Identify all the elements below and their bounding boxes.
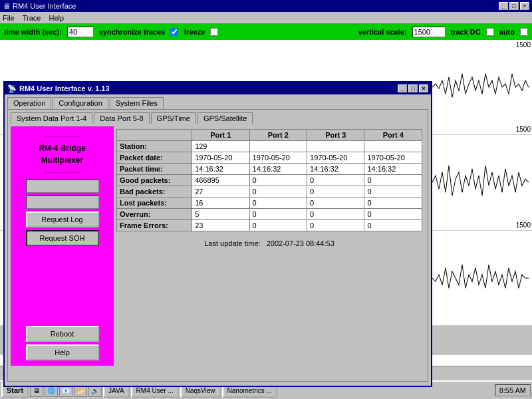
cell-row0-col1 <box>249 141 307 152</box>
request-log-button[interactable]: Request Log <box>26 211 99 227</box>
dialog-close[interactable]: × <box>419 84 428 92</box>
last-update-row: Last update time: 2002-07-23 08:44:53 <box>116 239 422 247</box>
table-row: Bad packets:27000 <box>117 186 422 198</box>
row-label: Lost packets: <box>117 198 192 209</box>
row-label: Frame Errors: <box>117 220 192 231</box>
panel-dashes-2: --------- <box>45 168 80 177</box>
cell-row3-col3: 0 <box>364 175 422 186</box>
cell-row1-col2: 1970-05-20 <box>307 152 364 164</box>
cell-row6-col3: 0 <box>364 209 422 220</box>
auto-label: auto <box>499 28 515 36</box>
row-label: Good packets: <box>117 175 192 186</box>
vertical-scale-label: vertical scale: <box>358 28 407 36</box>
cell-row5-col0: 16 <box>192 198 249 209</box>
sub-tab-data-port-1-4[interactable]: System Data Port 1-4 <box>11 112 92 124</box>
cell-row0-col0: 129 <box>192 141 249 152</box>
dialog-title-text: RM4 User Interface v. 1.13 <box>19 84 110 92</box>
row-label: Station: <box>117 141 192 152</box>
col-header-port1: Port 1 <box>192 130 249 141</box>
cell-row6-col0: 5 <box>192 209 249 220</box>
cell-row1-col3: 1970-05-20 <box>364 152 422 164</box>
col-header-port4: Port 4 <box>364 130 422 141</box>
col-header-port3: Port 3 <box>307 130 364 141</box>
tab-configuration[interactable]: Configuration <box>53 97 108 109</box>
table-row: Lost packets:16000 <box>117 198 422 209</box>
table-row: Packet time:14:16:3214:16:3214:16:3214:1… <box>117 164 422 175</box>
cell-row5-col2: 0 <box>307 198 364 209</box>
table-row: Overrun:5000 <box>117 209 422 220</box>
row-label: Overrun: <box>117 209 192 220</box>
cell-row4-col2: 0 <box>307 186 364 198</box>
sync-checkbox[interactable] <box>170 28 178 36</box>
reboot-button[interactable]: Reboot <box>26 326 99 342</box>
cell-row7-col2: 0 <box>307 220 364 231</box>
dialog-title-bar: 📡 RM4 User Interface v. 1.13 _ □ × <box>5 82 431 94</box>
table-row: Packet date:1970-05-201970-05-201970-05-… <box>117 152 422 164</box>
sub-tab-gps-time[interactable]: GPS/Time <box>151 112 196 124</box>
cell-row5-col3: 0 <box>364 198 422 209</box>
panel-title-2: Multiplexer <box>41 156 83 165</box>
freeze-checkbox[interactable] <box>210 28 218 36</box>
time-width-input[interactable] <box>67 27 94 37</box>
dialog-minimize[interactable]: _ <box>398 84 407 92</box>
cell-row1-col1: 1970-05-20 <box>249 152 307 164</box>
panel-dashes-1: --------- <box>45 132 80 141</box>
data-area: Port 1 Port 2 Port 3 Port 4 Station:129P… <box>114 126 425 366</box>
sub-tab-gps-satellite[interactable]: GPS/Satellite <box>198 112 253 124</box>
row-label: Packet time: <box>117 164 192 175</box>
cell-row7-col3: 0 <box>364 220 422 231</box>
auto-checkbox[interactable] <box>520 28 528 36</box>
app-title: RM4 User Interface <box>13 2 76 10</box>
panel-title-1: RM-4 Bridge <box>39 144 86 153</box>
app-title-bar: 🖥 RM4 User Interface _ □ × <box>0 0 532 12</box>
menu-help[interactable]: Help <box>49 14 64 22</box>
table-row: Good packets:466895000 <box>117 175 422 186</box>
sync-label: synchronize traces <box>99 28 166 36</box>
last-update-label: Last update time: <box>204 239 260 247</box>
table-row: Station:129 <box>117 141 422 152</box>
cell-row5-col1: 0 <box>249 198 307 209</box>
dialog: 📡 RM4 User Interface v. 1.13 _ □ × Opera… <box>3 81 432 387</box>
scale-label-mid: 1500 <box>516 126 531 133</box>
scale-label-bot: 1500 <box>516 221 531 229</box>
last-update-value: 2002-07-23 08:44:53 <box>267 239 334 247</box>
cell-row6-col2: 0 <box>307 209 364 220</box>
cell-row3-col1: 0 <box>249 175 307 186</box>
tab-system-files[interactable]: System Files <box>110 97 164 109</box>
vertical-scale-input[interactable] <box>412 27 446 37</box>
left-panel: --------- RM-4 Bridge Multiplexer ------… <box>11 126 114 366</box>
taskbar-time: 8:55 AM <box>495 384 531 396</box>
cell-row2-col1: 14:16:32 <box>249 164 307 175</box>
col-header-empty <box>117 130 192 141</box>
menu-file[interactable]: File <box>3 14 15 22</box>
cell-row0-col2 <box>307 141 364 152</box>
request-soh-button[interactable]: Request SOH <box>26 230 99 246</box>
app-icon: 🖥 <box>3 2 10 10</box>
main-tabs: Operation Configuration System Files <box>5 94 431 109</box>
sub-tab-data-port-5-8[interactable]: Data Port 5-8 <box>94 112 149 124</box>
maximize-button[interactable]: □ <box>509 2 519 10</box>
dialog-maximize[interactable]: □ <box>408 84 418 92</box>
cell-row0-col3 <box>364 141 422 152</box>
close-button[interactable]: × <box>520 2 529 10</box>
dialog-icon: 📡 <box>7 84 17 93</box>
cell-row4-col3: 0 <box>364 186 422 198</box>
menu-trace[interactable]: Trace <box>23 14 41 22</box>
cell-row7-col1: 0 <box>249 220 307 231</box>
track-dc-checkbox[interactable] <box>486 28 494 36</box>
row-label: Packet date: <box>117 152 192 164</box>
cell-row2-col0: 14:16:32 <box>192 164 249 175</box>
help-button[interactable]: Help <box>26 344 99 360</box>
panel-input-2[interactable] <box>26 196 99 209</box>
cell-row3-col0: 466895 <box>192 175 249 186</box>
cell-row4-col1: 0 <box>249 186 307 198</box>
minimize-button[interactable]: _ <box>499 2 508 10</box>
freeze-label: freeze <box>184 28 205 36</box>
sub-tabs: System Data Port 1-4 Data Port 5-8 GPS/T… <box>11 112 425 124</box>
tab-operation[interactable]: Operation <box>7 97 51 109</box>
cell-row2-col2: 14:16:32 <box>307 164 364 175</box>
table-row: Frame Errors:23000 <box>117 220 422 231</box>
toolbar: time width (sec): synchronize traces fre… <box>0 24 532 40</box>
panel-input-1[interactable] <box>26 180 99 193</box>
time-width-label: time width (sec): <box>4 28 62 36</box>
